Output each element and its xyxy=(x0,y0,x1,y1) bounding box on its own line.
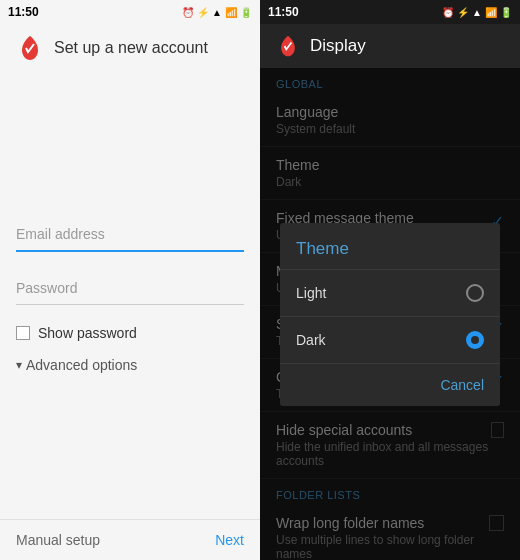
left-header-title: Set up a new account xyxy=(54,39,208,57)
modal-option-dark[interactable]: Dark xyxy=(280,317,500,364)
chevron-down-icon: ▾ xyxy=(16,358,22,372)
right-signal-icon: 📶 xyxy=(485,7,497,18)
show-password-row: Show password xyxy=(16,325,244,341)
right-battery-icon: 🔋 xyxy=(500,7,512,18)
modal-title: Theme xyxy=(280,223,500,270)
right-alarm-icon: ⏰ xyxy=(442,7,454,18)
signal-icon: 📶 xyxy=(225,7,237,18)
left-panel: 11:50 ⏰ ⚡ ▲ 📶 🔋 Set up a new account Sho… xyxy=(0,0,260,560)
next-button[interactable]: Next xyxy=(215,532,244,548)
right-content: GLOBAL Language System default Theme Dar… xyxy=(260,68,520,560)
show-password-label: Show password xyxy=(38,325,137,341)
left-time: 11:50 xyxy=(8,5,39,19)
bt-icon: ⚡ xyxy=(197,7,209,18)
right-header-title: Display xyxy=(310,36,366,56)
right-header: Display xyxy=(260,24,520,68)
modal-cancel-label: Cancel xyxy=(440,377,484,393)
modal-dark-label: Dark xyxy=(296,332,326,348)
modal-light-label: Light xyxy=(296,285,326,301)
left-status-bar: 11:50 ⏰ ⚡ ▲ 📶 🔋 xyxy=(0,0,260,24)
left-header: Set up a new account xyxy=(0,24,260,72)
right-time: 11:50 xyxy=(268,5,299,19)
wifi-icon: ▲ xyxy=(212,7,222,18)
display-logo-icon xyxy=(276,34,300,58)
modal-cancel-button[interactable]: Cancel xyxy=(280,364,500,406)
left-form: Show password ▾ Advanced options xyxy=(0,72,260,519)
advanced-options-row[interactable]: ▾ Advanced options xyxy=(16,357,244,373)
right-status-bar: 11:50 ⏰ ⚡ ▲ 📶 🔋 xyxy=(260,0,520,24)
left-footer: Manual setup Next xyxy=(0,519,260,560)
radio-dark-icon xyxy=(466,331,484,349)
left-status-icons: ⏰ ⚡ ▲ 📶 🔋 xyxy=(182,7,252,18)
battery-icon: 🔋 xyxy=(240,7,252,18)
manual-setup-button[interactable]: Manual setup xyxy=(16,532,100,548)
app-logo-icon xyxy=(16,34,44,62)
radio-light-icon xyxy=(466,284,484,302)
right-status-icons: ⏰ ⚡ ▲ 📶 🔋 xyxy=(442,7,512,18)
right-bt-icon: ⚡ xyxy=(457,7,469,18)
right-panel: 11:50 ⏰ ⚡ ▲ 📶 🔋 Display GLOBAL Language … xyxy=(260,0,520,560)
password-field[interactable] xyxy=(16,272,244,305)
show-password-checkbox[interactable] xyxy=(16,326,30,340)
alarm-icon: ⏰ xyxy=(182,7,194,18)
advanced-options-label: Advanced options xyxy=(26,357,137,373)
right-wifi-icon: ▲ xyxy=(472,7,482,18)
theme-dialog: Theme Light Dark Cancel xyxy=(280,223,500,406)
email-field[interactable] xyxy=(16,218,244,252)
modal-overlay: Theme Light Dark Cancel xyxy=(260,68,520,560)
modal-option-light[interactable]: Light xyxy=(280,270,500,317)
